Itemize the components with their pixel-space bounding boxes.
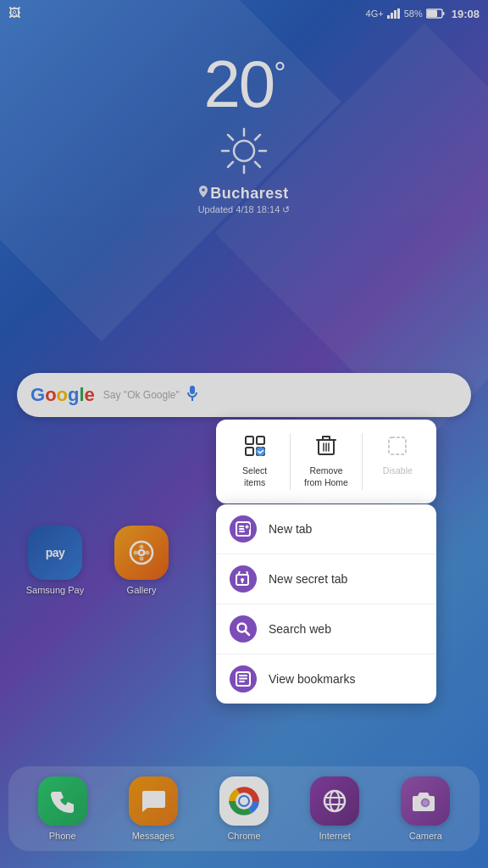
svg-line-43 — [246, 632, 250, 636]
disable-icon-svg — [386, 435, 408, 457]
new-tab-button[interactable]: New tab — [216, 504, 436, 554]
trash-icon — [316, 435, 336, 457]
search-web-button[interactable]: Search web — [216, 604, 436, 654]
remove-from-home-label: Remove from Home — [304, 465, 348, 488]
divider2 — [362, 433, 363, 490]
new-secret-tab-button[interactable]: New secret tab — [216, 554, 436, 604]
bookmarks-icon-svg — [236, 671, 251, 687]
select-items-label: Select items — [242, 465, 267, 488]
new-secret-tab-label: New secret tab — [269, 572, 347, 586]
disable-button: Disable — [366, 430, 430, 493]
new-secret-tab-icon-svg — [236, 571, 251, 587]
select-items-icon — [244, 435, 266, 462]
svg-rect-41 — [241, 581, 243, 583]
new-secret-tab-icon — [230, 565, 257, 593]
new-tab-label: New tab — [269, 522, 312, 536]
svg-rect-19 — [257, 437, 264, 444]
svg-point-22 — [256, 447, 265, 456]
remove-from-home-button[interactable]: Remove from Home — [294, 430, 358, 493]
disable-label: Disable — [383, 465, 413, 477]
view-bookmarks-button[interactable]: View bookmarks — [216, 654, 436, 704]
view-bookmarks-label: View bookmarks — [269, 672, 355, 686]
search-web-label: Search web — [269, 622, 331, 636]
search-icon-svg — [236, 621, 251, 637]
new-tab-icon — [230, 515, 257, 542]
remove-icon — [316, 435, 336, 462]
new-tab-icon-svg — [236, 521, 251, 537]
view-bookmarks-icon — [230, 665, 257, 693]
search-web-icon — [230, 615, 257, 643]
context-menu-bottom: New tab New secret tab Search web — [216, 504, 436, 704]
disable-icon — [386, 435, 408, 462]
divider — [290, 433, 291, 490]
svg-rect-20 — [246, 448, 253, 455]
context-menu-top: Select items Remove from Home Disable — [216, 420, 436, 504]
svg-rect-31 — [389, 437, 406, 454]
grid-select-icon — [244, 435, 266, 457]
select-items-button[interactable]: Select items — [223, 430, 286, 493]
svg-rect-18 — [246, 437, 253, 444]
